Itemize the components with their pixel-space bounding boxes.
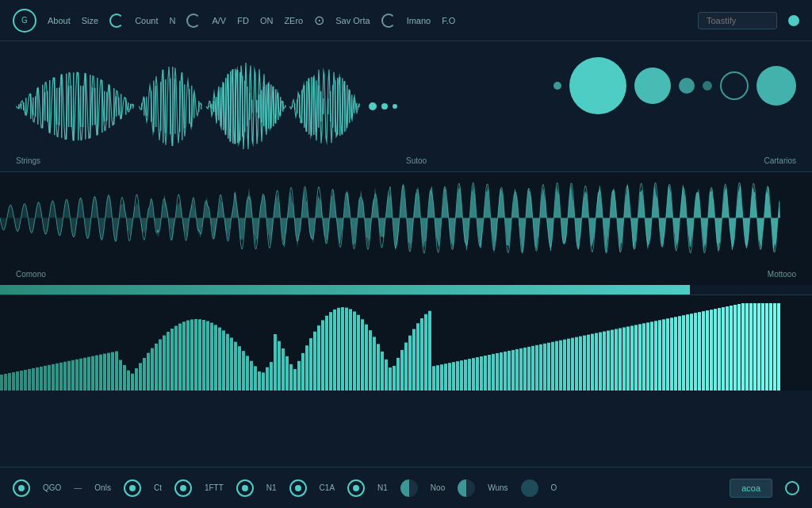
bottom-circle-4[interactable] <box>289 479 307 497</box>
section1-label-left: Strings <box>16 156 40 165</box>
main-content: Strings Sutoo Cartarios Comono Mottooo <box>0 41 812 467</box>
progress-bar-fill <box>0 285 690 294</box>
spinner3-icon <box>381 13 396 28</box>
inner-dot-3 <box>242 485 248 491</box>
bottom-circle-2[interactable] <box>174 479 192 497</box>
bottom-half-circle-1[interactable] <box>458 479 475 497</box>
inner-dot-1 <box>129 485 136 491</box>
bottom-bar: QGO — Onls Ct 1FTT N1 C1A N1 Noo Wuns O … <box>0 467 812 508</box>
inner-dot-0 <box>18 485 25 491</box>
section2-label-right: Mottooo <box>768 270 796 279</box>
logo-text: G <box>21 16 28 25</box>
bubble-sm1 <box>679 78 695 94</box>
progress-bar-container <box>0 285 812 294</box>
spinner2-icon <box>186 13 201 28</box>
bottom-label-n1a: N1 <box>266 483 277 492</box>
toolbar: G About Size Count N A/V FD ON ZEro ⊙ Sa… <box>0 0 812 41</box>
bottom-circle-1[interactable] <box>124 479 141 497</box>
bubble-large <box>569 57 626 114</box>
bottom-label-1ftt: 1FTT <box>205 483 224 492</box>
bottom-label-n1b: N1 <box>377 483 388 492</box>
bottom-circle-0[interactable] <box>13 479 30 497</box>
section2-label-left: Comono <box>16 270 46 279</box>
inner-dot-2 <box>180 485 186 491</box>
inner-dot-5 <box>353 485 359 491</box>
waveform-comono[interactable] <box>0 172 780 264</box>
waveform-strings[interactable] <box>16 49 523 164</box>
toolbar-fd[interactable]: FD <box>237 16 249 25</box>
bubble-medium <box>634 67 671 104</box>
bottom-circle-5[interactable] <box>347 479 365 497</box>
bottom-circle-3[interactable] <box>236 479 254 497</box>
section1-label-right: Cartarios <box>764 156 796 165</box>
toolbar-about[interactable]: About <box>48 16 71 25</box>
toolbar-fo[interactable]: F.O <box>442 16 455 25</box>
toolbar-search-input[interactable] <box>698 12 777 29</box>
waveform-bars[interactable] <box>0 299 780 391</box>
bubble-small <box>553 82 561 90</box>
section-comono: Comono Mottooo <box>0 172 812 295</box>
bottom-label-c1a: C1A <box>320 483 335 492</box>
toolbar-size[interactable]: Size <box>82 16 98 25</box>
bubble-outline <box>720 71 749 100</box>
bottom-label-noo: Noo <box>431 483 445 492</box>
toolbar-imano[interactable]: Imano <box>407 16 431 25</box>
logo-circle[interactable]: G <box>13 9 36 33</box>
bottom-dark-circle[interactable] <box>521 479 538 497</box>
section1-label-mid: Sutoo <box>406 156 427 165</box>
bottom-label-qgo: QGO <box>43 483 61 492</box>
inner-dot-4 <box>295 485 301 491</box>
bottom-label-ct: Ct <box>154 483 162 492</box>
bottom-action-button[interactable]: acoa <box>730 479 772 498</box>
spinner-icon <box>109 13 124 28</box>
bubble-tiny <box>703 81 712 90</box>
toolbar-dot-indicator <box>788 15 799 26</box>
bottom-half-circle-0[interactable] <box>400 479 418 497</box>
toolbar-av[interactable]: A/V <box>212 16 226 25</box>
toolbar-zero[interactable]: ZEro <box>284 16 303 25</box>
bubble-med2 <box>756 66 796 106</box>
toolbar-count[interactable]: Count <box>135 16 158 25</box>
section-bars <box>0 295 812 391</box>
toolbar-n[interactable]: N <box>170 16 176 25</box>
bottom-label-onls: Onls <box>94 483 111 492</box>
toolbar-eye-icon[interactable]: ⊙ <box>314 13 324 28</box>
bottom-label-o: O <box>551 483 557 492</box>
bottom-sep0: — <box>74 483 82 492</box>
bubbles-area <box>553 57 796 114</box>
bottom-label-wuns: Wuns <box>488 483 508 492</box>
toolbar-on[interactable]: ON <box>260 16 274 25</box>
bottom-settings-icon[interactable] <box>785 481 799 495</box>
toolbar-sav[interactable]: Sav Orta <box>335 16 370 25</box>
section-strings: Strings Sutoo Cartarios <box>0 41 812 172</box>
